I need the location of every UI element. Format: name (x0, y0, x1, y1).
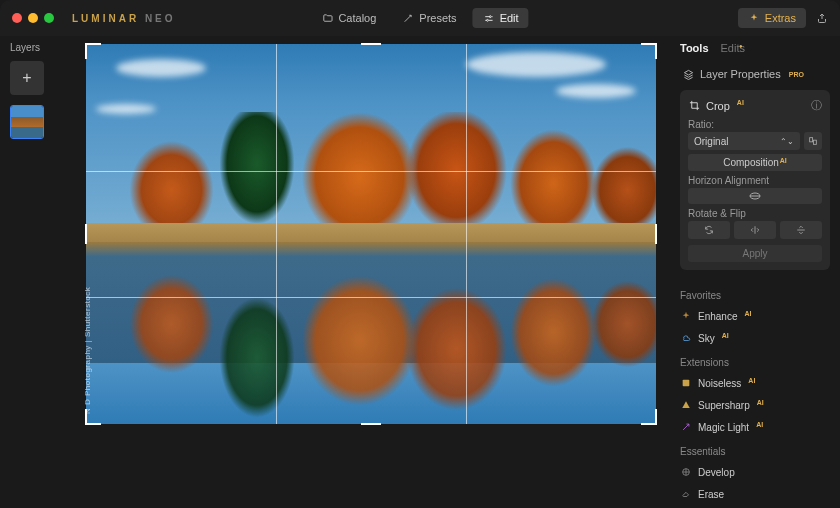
tools-panel: Tools Edits● Layer Properties PRO CropAI… (672, 36, 840, 508)
layer-thumbnail[interactable] (10, 105, 44, 139)
zoom-window[interactable] (44, 13, 54, 23)
sliders-icon (483, 12, 495, 24)
photo-watermark: N D Photography | Shutterstock (83, 287, 92, 414)
top-nav: Catalog Presets Edit (311, 8, 528, 28)
tab-edits[interactable]: Edits● (721, 42, 749, 54)
supersharp-icon (680, 399, 692, 411)
crop-panel: CropAI ⓘ Ratio: Original ⌃⌄ CompositionA… (680, 90, 830, 270)
svg-point-1 (486, 19, 488, 21)
flip-vertical-button[interactable] (780, 221, 822, 239)
plus-icon: + (22, 69, 31, 87)
essentials-header: Essentials (680, 446, 830, 457)
favorites-header: Favorites (680, 290, 830, 301)
wand-icon (402, 12, 414, 24)
nav-presets[interactable]: Presets (392, 8, 466, 28)
sky-icon (680, 332, 692, 344)
tool-develop[interactable]: Develop (680, 463, 830, 481)
ratio-value: Original (694, 136, 728, 147)
panel-tabs: Tools Edits● (680, 42, 830, 54)
tool-erase[interactable]: Erase (680, 485, 830, 503)
rotate-button[interactable] (688, 221, 730, 239)
titlebar: LUMINAR NEO Catalog Presets Edit (0, 0, 840, 36)
layers-panel: Layers + (0, 36, 70, 508)
svg-rect-2 (810, 138, 813, 142)
nav-presets-label: Presets (419, 12, 456, 24)
svg-rect-3 (813, 140, 816, 144)
nav-catalog-label: Catalog (338, 12, 376, 24)
horizon-label: Horizon Alignment (688, 175, 822, 186)
app-brand: LUMINAR NEO (72, 13, 176, 24)
chevron-updown-icon: ⌃⌄ (780, 137, 794, 146)
layer-properties-row[interactable]: Layer Properties PRO (680, 64, 830, 84)
pro-badge: PRO (789, 71, 804, 78)
svg-point-0 (489, 15, 491, 17)
window-controls (12, 13, 54, 23)
flip-v-icon (796, 225, 806, 235)
tab-tools[interactable]: Tools (680, 42, 709, 54)
noiseless-icon (680, 377, 692, 389)
extras-button[interactable]: Extras (738, 8, 806, 28)
enhance-icon (680, 310, 692, 322)
ratio-label: Ratio: (688, 119, 822, 130)
extras-label: Extras (765, 12, 796, 24)
horizon-icon (749, 192, 761, 200)
horizon-slider[interactable] (688, 188, 822, 204)
tool-enhance[interactable]: EnhanceAI (680, 307, 830, 325)
composition-button[interactable]: CompositionAI (688, 154, 822, 171)
minimize-window[interactable] (28, 13, 38, 23)
apply-button[interactable]: Apply (688, 245, 822, 262)
tool-supersharp[interactable]: SupersharpAI (680, 396, 830, 414)
layer-properties-label: Layer Properties (700, 68, 781, 80)
develop-icon (680, 466, 692, 478)
folder-icon (321, 12, 333, 24)
nav-catalog[interactable]: Catalog (311, 8, 386, 28)
tool-sky[interactable]: SkyAI (680, 329, 830, 347)
info-icon[interactable]: ⓘ (811, 98, 822, 113)
layers-label: Layers (10, 42, 60, 53)
erase-icon (680, 488, 692, 500)
share-icon[interactable] (816, 12, 828, 24)
nav-edit[interactable]: Edit (473, 8, 529, 28)
close-window[interactable] (12, 13, 22, 23)
photo-canvas[interactable]: N D Photography | Shutterstock (86, 44, 656, 424)
rotate-icon (704, 225, 714, 235)
crop-title: Crop (706, 100, 730, 112)
flip-horizontal-button[interactable] (734, 221, 776, 239)
crop-icon (688, 100, 700, 112)
rotate-flip-label: Rotate & Flip (688, 208, 822, 219)
flip-h-icon (750, 225, 760, 235)
ratio-select[interactable]: Original ⌃⌄ (688, 132, 800, 150)
tool-noiseless[interactable]: NoiselessAI (680, 374, 830, 392)
photo-content (86, 44, 656, 424)
nav-edit-label: Edit (500, 12, 519, 24)
canvas-area: N D Photography | Shutterstock (70, 36, 672, 508)
swap-orientation-button[interactable] (804, 132, 822, 150)
svg-rect-5 (683, 380, 690, 387)
tool-magic-light[interactable]: Magic LightAI (680, 418, 830, 436)
sparkle-icon (748, 12, 760, 24)
add-layer-button[interactable]: + (10, 61, 44, 95)
magic-light-icon (680, 421, 692, 433)
extensions-header: Extensions (680, 357, 830, 368)
layers-icon (682, 68, 694, 80)
